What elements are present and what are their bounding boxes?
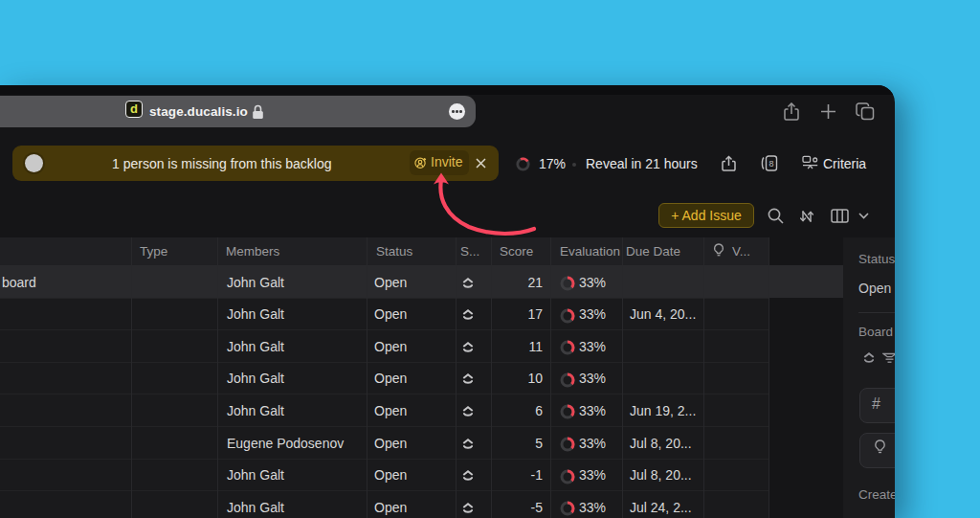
svg-text:8: 8 xyxy=(768,159,773,169)
